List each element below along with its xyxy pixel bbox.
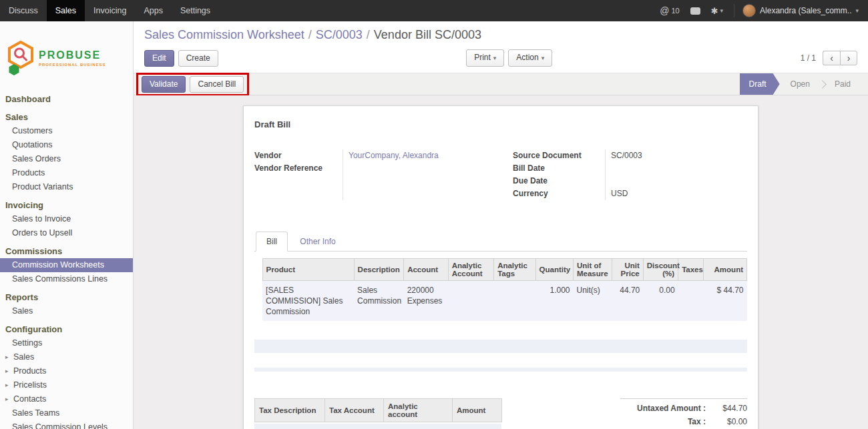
expand-arrow-icon: ▸ [5,380,11,390]
sidebar-item-commission-worksheets[interactable]: Commission Worksheets [0,258,133,272]
breadcrumb-link-sc0003[interactable]: SC/0003 [316,28,363,41]
pager-previous-button[interactable]: ‹ [823,51,840,65]
col-tax-amount[interactable]: Amount [453,399,502,422]
sidebar-item-reports-sales[interactable]: Sales [0,304,133,318]
sidebar-section-commissions[interactable]: Commissions [0,244,133,258]
statusbar: Validate Cancel Bill Draft Open Paid [134,73,868,95]
col-amount[interactable]: Amount [704,259,747,281]
col-discount[interactable]: Discount (%) [643,259,678,281]
pager-buttons: ‹ › [823,51,857,65]
col-tax-account[interactable]: Tax Account [325,399,384,422]
action-button[interactable]: Action▾ [508,49,552,67]
sidebar-item-label: Sales to Invoice [12,214,71,224]
annotation-red-box: Validate Cancel Bill [136,73,249,96]
sidebar-item-config-products[interactable]: ▸Products [0,364,133,378]
sidebar-item-label: Pricelists [13,380,47,390]
user-name: Alexandra (Sales_comm.. [760,6,851,15]
cell-analytic-tags [494,281,535,322]
breadcrumb-link-worksheet[interactable]: Sales Commission Worksheet [144,28,304,41]
field-groups: Vendor Vendor Reference YourCompany, Ale… [254,149,747,200]
invoice-lines-table: Product Description Account Analytic Acc… [254,258,747,321]
breadcrumb-current: Vendor Bill SC/0003 [374,28,481,41]
col-quantity[interactable]: Quantity [535,259,573,281]
col-tax-analytic-account[interactable]: Analytic account [384,399,453,422]
menu-settings[interactable]: Settings [172,0,219,21]
topbar: Discuss Sales Invoicing Apps Settings @ … [0,0,868,21]
user-menu[interactable]: Alexandra (Sales_comm.. ▾ [734,4,859,17]
sidebar-item-quotations[interactable]: Quotations [0,138,133,152]
validate-button[interactable]: Validate [142,76,186,93]
sidebar-section-configuration[interactable]: Configuration [0,322,133,336]
col-description[interactable]: Description [354,259,404,281]
state-paid[interactable]: Paid [824,73,861,95]
edit-button[interactable]: Edit [144,50,174,67]
invoice-line-row[interactable]: [SALES COMMISSION] Sales Commission Sale… [254,281,747,322]
cell-account: 220000 Expenses [404,281,448,322]
create-button[interactable]: Create [178,50,218,67]
menu-apps[interactable]: Apps [135,0,172,21]
state-open[interactable]: Open [780,73,821,95]
sidebar-item-config-pricelists[interactable]: ▸Pricelists [0,378,133,392]
sidebar-item-config-sales-teams[interactable]: Sales Teams [0,406,133,420]
sidebar-item-config-settings[interactable]: Settings [0,336,133,350]
col-unit-price[interactable]: Unit Price [612,259,643,281]
cancel-bill-button[interactable]: Cancel Bill [190,76,244,93]
col-account[interactable]: Account [404,259,448,281]
tab-other-info[interactable]: Other Info [290,232,345,251]
sidebar-item-config-sales[interactable]: ▸Sales [0,350,133,364]
sidebar-section-reports[interactable]: Reports [0,290,133,304]
sidebar-item-label: Product Variants [12,182,73,192]
left-field-group: Vendor Vendor Reference YourCompany, Ale… [254,149,513,200]
print-label: Print [474,53,491,62]
col-unit-of-measure[interactable]: Unit of Measure [573,259,612,281]
sidebar: PROBUSE PROFESSIONAL BUSINESS Dashboard … [0,21,134,429]
expand-arrow-icon: ▸ [5,366,11,376]
sidebar-item-orders-to-upsell[interactable]: Orders to Upsell [0,226,133,240]
cell-taxes [678,281,704,322]
chat-icon[interactable] [690,7,700,15]
tax-lines-table: Tax Description Tax Account Analytic acc… [254,398,502,422]
col-analytic-tags[interactable]: Analytic Tags [494,259,535,281]
menu-invoicing[interactable]: Invoicing [85,0,135,21]
source-document-value: SC/0003 [611,149,747,162]
sidebar-section-sales[interactable]: Sales [0,110,133,124]
tab-bill[interactable]: Bill [256,232,288,252]
taxes-and-totals: Tax Description Tax Account Analytic acc… [254,398,747,429]
sidebar-item-config-contacts[interactable]: ▸Contacts [0,392,133,406]
tax-header-row: Tax Description Tax Account Analytic acc… [255,399,502,422]
cell-analytic-account [448,281,494,322]
empty-tax-row-stripe [254,424,501,429]
menu-discuss[interactable]: Discuss [0,0,47,21]
sidebar-item-product-variants[interactable]: Product Variants [0,180,133,194]
expand-arrow-icon: ▸ [5,352,11,362]
pager-next-button[interactable]: › [840,51,857,65]
vendor-link[interactable]: YourCompany, Alexandra [349,151,439,160]
sidebar-item-config-sales-commission-levels[interactable]: Sales Commission Levels [0,420,133,429]
mentions-button[interactable]: @ 10 [660,5,679,16]
sidebar-item-label: Customers [12,126,52,136]
col-analytic-account[interactable]: Analytic Account [448,259,494,281]
print-button[interactable]: Print▾ [466,49,504,67]
lines-header-row: Product Description Account Analytic Acc… [254,259,747,281]
col-tax-description[interactable]: Tax Description [255,399,325,422]
caret-down-icon: ▾ [855,7,859,14]
sidebar-item-sales-commissions-lines[interactable]: Sales Commissions Lines [0,272,133,286]
control-panel: Sales Commission Worksheet/SC/0003/Vendo… [134,21,868,73]
form-view: Draft Bill Vendor Vendor Reference YourC… [134,95,868,429]
sidebar-section-dashboard[interactable]: Dashboard [0,92,133,106]
state-draft[interactable]: Draft [740,73,780,95]
untaxed-amount-row: Untaxed Amount : $44.70 [620,402,747,415]
debug-menu-button[interactable]: ✱ ▾ [711,6,723,16]
at-icon: @ [660,5,669,16]
col-product[interactable]: Product [262,259,354,281]
cell-product: [SALES COMMISSION] Sales Commission [262,281,354,322]
menu-sales[interactable]: Sales [47,0,85,21]
breadcrumb: Sales Commission Worksheet/SC/0003/Vendo… [144,28,857,42]
source-document-label: Source Document [513,149,605,162]
sidebar-section-invoicing[interactable]: Invoicing [0,198,133,212]
sidebar-item-sales-orders[interactable]: Sales Orders [0,152,133,166]
sidebar-item-customers[interactable]: Customers [0,124,133,138]
sidebar-item-products[interactable]: Products [0,166,133,180]
col-taxes[interactable]: Taxes [678,259,704,281]
sidebar-item-sales-to-invoice[interactable]: Sales to Invoice [0,212,133,226]
